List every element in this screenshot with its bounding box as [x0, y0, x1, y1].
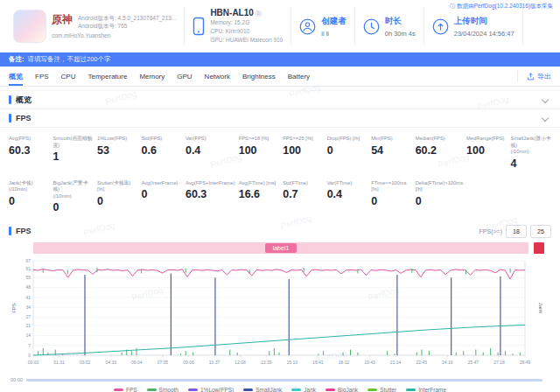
legend-item-InterFrame[interactable]: InterFrame [406, 387, 446, 392]
chart-scrollbar-row: 00:00 [10, 377, 542, 382]
fps-threshold-label: FPS(>=) [480, 228, 502, 234]
x-tick-label: 19:43 [364, 360, 375, 365]
stat-cell: Drop(FPS) [/h]0 [327, 136, 368, 170]
stat-cell: Avg(FPS+InterFrame)60.3 [186, 180, 235, 214]
legend-item-Stutter[interactable]: Stutter [368, 387, 396, 392]
tabs-container: 概览FPSCPUTemperatureMemoryGPUNetworkBrigh… [9, 67, 310, 86]
game-title: 原神 [52, 14, 73, 25]
legend-item-Jank[interactable]: Jank [291, 387, 316, 392]
remark-prefix: 备注: [9, 55, 24, 64]
remark-notice-bar: 备注: 请填写备注，不超过200个字 [0, 52, 560, 66]
stat-cell: Smooth(画面顺畅度)1 [52, 136, 93, 170]
export-button[interactable]: 导出 [517, 70, 551, 82]
duration-block: 时长 0h 30m 4s [355, 7, 424, 46]
stat-cell: Var(FTime)0.4 [327, 180, 368, 214]
stat-cell: BigJank(严重卡顿)(/10min)0 [52, 180, 93, 214]
x-tick-label: 00:00 [28, 360, 39, 365]
stat-cell: Delta(FTime)>100ms [/h]0 [416, 180, 463, 214]
chart-scrollbar-thumb[interactable] [26, 379, 542, 382]
y-tick-label: 14 [25, 332, 31, 338]
device-cpu: CPU: Kirin9010 [210, 27, 283, 36]
x-tick-label: 28:49 [520, 360, 531, 365]
tab-FPS[interactable]: FPS [35, 68, 49, 85]
y2-axis-title: Jank [538, 303, 543, 315]
y-axis-title: FPS [11, 303, 17, 313]
chart-scrollbar-track[interactable] [26, 379, 542, 382]
section-accent [9, 95, 11, 104]
fps-chart[interactable]: 0714212734414855616700:0001:3103:0204:33… [9, 256, 548, 376]
tab-Network[interactable]: Network [205, 68, 230, 85]
creator-icon [299, 18, 316, 35]
y-tick-label: 0 [28, 353, 31, 358]
creator-label: 创建者 [321, 16, 346, 27]
stat-cell: Median(FPS)60.2 [416, 136, 463, 170]
tab-Temperature[interactable]: Temperature [88, 68, 127, 85]
legend-item-1%Low(FPS)[interactable]: 1%Low(FPS) [188, 387, 234, 392]
x-tick-label: 22:45 [416, 360, 427, 365]
annotation-label[interactable]: label1 [265, 243, 298, 253]
tab-Memory[interactable]: Memory [139, 68, 164, 85]
stat-cell: SmallJank(微小卡顿)(/10min)4 [511, 136, 551, 170]
tab-概览[interactable]: 概览 [9, 67, 23, 86]
stat-cell: FPS>=25 [%]100 [283, 136, 323, 170]
y-tick-label: 61 [25, 267, 31, 272]
stat-cell: Stutter(卡顿率) [%]0 [97, 180, 137, 214]
y-tick-label: 34 [25, 304, 31, 310]
y-tick-label: 27 [25, 314, 31, 319]
stat-cell: MedRange(FPS)100 [466, 136, 507, 170]
legend-marker [326, 388, 335, 391]
phone-icon [192, 17, 205, 36]
upload-time-block: 上传时间 23/04/2024 14:56:47 [424, 7, 523, 46]
fps-threshold-input-2[interactable] [530, 225, 551, 238]
fps-chart-title: FPS [16, 227, 32, 235]
stat-cell: Jank(卡顿)(/10min)0 [9, 180, 49, 214]
stat-cell: Var(FPS)0.4 [186, 136, 235, 170]
stat-cell: FTime>=100ms [%]0 [371, 180, 411, 214]
y-tick-label: 48 [25, 285, 31, 290]
tab-GPU[interactable]: GPU [177, 68, 192, 85]
x-tick-label: 13:39 [261, 360, 272, 365]
legend-marker [147, 388, 157, 391]
legend-marker [243, 388, 253, 391]
legend-item-Smooth[interactable]: Smooth [147, 387, 178, 392]
export-label: 导出 [537, 72, 551, 81]
fps-stats-grid: Avg(FPS)60.3Smooth(画面顺畅度)11%Low(FPS)53St… [0, 128, 560, 220]
tab-Brightness[interactable]: Brightness [242, 68, 276, 85]
x-tick-label: 25:47 [468, 360, 480, 365]
y-tick-label: 41 [25, 295, 31, 300]
game-versions: Android版本号: 4.5.0_21307647_213... Androi… [78, 14, 176, 31]
chevron-down-icon[interactable] [542, 96, 549, 103]
legend-marker [114, 388, 123, 391]
section-fps[interactable]: FPS [0, 109, 560, 128]
clock-icon [363, 18, 380, 35]
legend-marker [406, 388, 416, 391]
export-icon [527, 73, 535, 80]
section-fps-title: FPS [16, 114, 32, 122]
scrollbar-start-time: 00:00 [10, 377, 23, 382]
x-tick-label: 18:12 [339, 360, 350, 365]
legend-marker [188, 388, 198, 391]
game-app-icon [13, 10, 46, 43]
fps-threshold-input-1[interactable] [506, 225, 527, 238]
tab-CPU[interactable]: CPU [61, 68, 76, 85]
section-overview[interactable]: 概览 [0, 90, 560, 109]
chevron-down-icon[interactable] [542, 115, 549, 122]
legend-item-SmallJank[interactable]: SmallJank [243, 387, 282, 392]
legend-item-BigJank[interactable]: BigJank [326, 387, 358, 392]
x-tick-label: 09:06 [183, 360, 194, 365]
section-accent [9, 114, 11, 122]
game-version-line2: Android版本号: 765 [78, 22, 176, 30]
x-tick-label: 01:31 [53, 360, 65, 365]
y-tick-label: 21 [25, 323, 31, 328]
y-tick-label: 7 [28, 343, 31, 348]
data-source-note: ⓘ 数据由PerfDog(10.2.240316)版本采集 [450, 3, 553, 10]
game-package: com.miHoYo.Yuanshen [52, 32, 176, 38]
x-tick-label: 03:02 [80, 360, 91, 365]
annotation-band: label1 [33, 242, 528, 254]
tab-Battery[interactable]: Battery [288, 68, 310, 85]
section-overview-title: 概览 [16, 94, 32, 106]
game-version-line1: Android版本号: 4.5.0_21307647_213... [78, 14, 176, 22]
y-tick-label: 55 [25, 275, 31, 280]
legend-item-FPS[interactable]: FPS [114, 387, 137, 392]
device-badge: ⓢ [256, 10, 262, 17]
